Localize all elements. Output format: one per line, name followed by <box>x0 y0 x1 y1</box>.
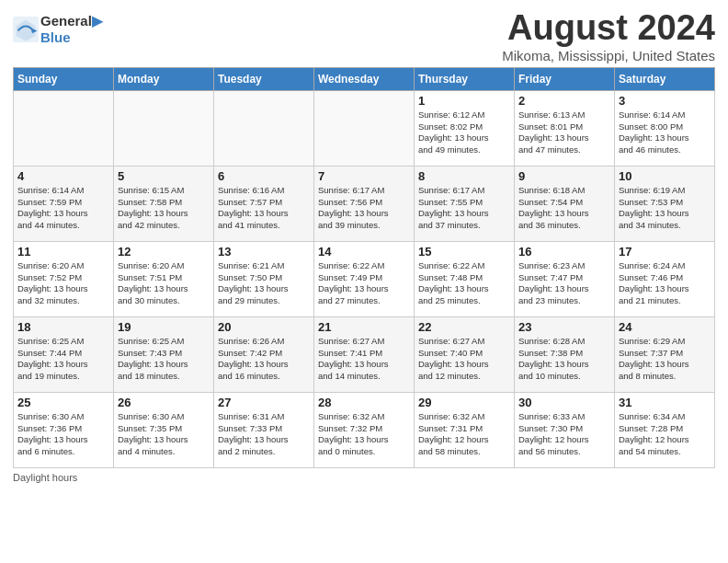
calendar-cell: 4Sunrise: 6:14 AM Sunset: 7:59 PM Daylig… <box>14 166 114 241</box>
calendar-cell: 19Sunrise: 6:25 AM Sunset: 7:43 PM Dayli… <box>114 316 214 392</box>
day-number: 5 <box>118 169 210 183</box>
day-number: 16 <box>518 245 610 259</box>
calendar-cell: 27Sunrise: 6:31 AM Sunset: 7:33 PM Dayli… <box>214 392 314 467</box>
day-info: Sunrise: 6:16 AM Sunset: 7:57 PM Dayligh… <box>218 185 310 232</box>
header: General▶ Blue August 2024 Mikoma, Missis… <box>13 9 715 63</box>
day-number: 20 <box>218 320 310 334</box>
day-number: 14 <box>318 245 410 259</box>
day-number: 11 <box>17 245 109 259</box>
day-number: 25 <box>17 396 109 409</box>
day-number: 24 <box>619 320 711 334</box>
calendar-cell <box>114 90 214 166</box>
day-number: 17 <box>619 245 711 259</box>
day-info: Sunrise: 6:30 AM Sunset: 7:35 PM Dayligh… <box>118 411 210 458</box>
day-info: Sunrise: 6:14 AM Sunset: 8:00 PM Dayligh… <box>619 109 711 156</box>
day-info: Sunrise: 6:20 AM Sunset: 7:52 PM Dayligh… <box>17 260 109 307</box>
title-block: August 2024 Mikoma, Mississippi, United … <box>502 9 715 63</box>
day-number: 18 <box>17 320 109 334</box>
day-number: 29 <box>418 396 510 409</box>
day-info: Sunrise: 6:24 AM Sunset: 7:46 PM Dayligh… <box>619 260 711 307</box>
weekday-header-row: SundayMondayTuesdayWednesdayThursdayFrid… <box>14 67 715 90</box>
day-info: Sunrise: 6:32 AM Sunset: 7:32 PM Dayligh… <box>318 411 410 458</box>
calendar-cell: 16Sunrise: 6:23 AM Sunset: 7:47 PM Dayli… <box>515 241 615 316</box>
calendar-cell <box>214 90 314 166</box>
day-info: Sunrise: 6:27 AM Sunset: 7:40 PM Dayligh… <box>418 336 510 383</box>
calendar-week-row: 4Sunrise: 6:14 AM Sunset: 7:59 PM Daylig… <box>14 166 715 241</box>
day-number: 30 <box>518 396 610 409</box>
logo-icon <box>13 17 39 42</box>
calendar-cell: 28Sunrise: 6:32 AM Sunset: 7:32 PM Dayli… <box>314 392 415 467</box>
day-info: Sunrise: 6:32 AM Sunset: 7:31 PM Dayligh… <box>418 411 510 458</box>
calendar-cell: 18Sunrise: 6:25 AM Sunset: 7:44 PM Dayli… <box>14 316 114 392</box>
day-number: 28 <box>318 396 410 409</box>
day-number: 26 <box>118 396 210 409</box>
weekday-header-friday: Friday <box>515 67 615 90</box>
day-info: Sunrise: 6:25 AM Sunset: 7:43 PM Dayligh… <box>118 336 210 383</box>
calendar-cell: 5Sunrise: 6:15 AM Sunset: 7:58 PM Daylig… <box>114 166 214 241</box>
day-info: Sunrise: 6:18 AM Sunset: 7:54 PM Dayligh… <box>518 185 610 232</box>
day-number: 9 <box>518 169 610 183</box>
day-info: Sunrise: 6:29 AM Sunset: 7:37 PM Dayligh… <box>619 336 711 383</box>
day-info: Sunrise: 6:19 AM Sunset: 7:53 PM Dayligh… <box>619 185 711 232</box>
calendar-cell: 23Sunrise: 6:28 AM Sunset: 7:38 PM Dayli… <box>515 316 615 392</box>
day-info: Sunrise: 6:34 AM Sunset: 7:28 PM Dayligh… <box>619 411 711 458</box>
weekday-header-wednesday: Wednesday <box>314 67 415 90</box>
logo-text: General▶ Blue <box>40 13 103 45</box>
day-info: Sunrise: 6:12 AM Sunset: 8:02 PM Dayligh… <box>418 109 510 156</box>
day-number: 6 <box>218 169 310 183</box>
calendar-cell: 30Sunrise: 6:33 AM Sunset: 7:30 PM Dayli… <box>515 392 615 467</box>
day-number: 21 <box>318 320 410 334</box>
weekday-header-saturday: Saturday <box>615 67 715 90</box>
location-subtitle: Mikoma, Mississippi, United States <box>502 48 715 63</box>
calendar-table: SundayMondayTuesdayWednesdayThursdayFrid… <box>13 67 715 468</box>
calendar-cell: 9Sunrise: 6:18 AM Sunset: 7:54 PM Daylig… <box>515 166 615 241</box>
calendar-cell: 11Sunrise: 6:20 AM Sunset: 7:52 PM Dayli… <box>14 241 114 316</box>
day-info: Sunrise: 6:20 AM Sunset: 7:51 PM Dayligh… <box>118 260 210 307</box>
day-number: 13 <box>218 245 310 259</box>
day-info: Sunrise: 6:22 AM Sunset: 7:49 PM Dayligh… <box>318 260 410 307</box>
day-info: Sunrise: 6:27 AM Sunset: 7:41 PM Dayligh… <box>318 336 410 383</box>
day-info: Sunrise: 6:26 AM Sunset: 7:42 PM Dayligh… <box>218 336 310 383</box>
weekday-header-tuesday: Tuesday <box>214 67 314 90</box>
calendar-cell: 22Sunrise: 6:27 AM Sunset: 7:40 PM Dayli… <box>415 316 515 392</box>
day-number: 23 <box>518 320 610 334</box>
calendar-week-row: 25Sunrise: 6:30 AM Sunset: 7:36 PM Dayli… <box>14 392 715 467</box>
day-number: 10 <box>619 169 711 183</box>
calendar-cell: 17Sunrise: 6:24 AM Sunset: 7:46 PM Dayli… <box>615 241 715 316</box>
footer-note: Daylight hours <box>13 472 715 483</box>
calendar-cell: 14Sunrise: 6:22 AM Sunset: 7:49 PM Dayli… <box>314 241 415 316</box>
calendar-cell: 26Sunrise: 6:30 AM Sunset: 7:35 PM Dayli… <box>114 392 214 467</box>
day-info: Sunrise: 6:17 AM Sunset: 7:56 PM Dayligh… <box>318 185 410 232</box>
day-info: Sunrise: 6:13 AM Sunset: 8:01 PM Dayligh… <box>518 109 610 156</box>
calendar-week-row: 18Sunrise: 6:25 AM Sunset: 7:44 PM Dayli… <box>14 316 715 392</box>
calendar-cell: 25Sunrise: 6:30 AM Sunset: 7:36 PM Dayli… <box>14 392 114 467</box>
calendar-cell <box>14 90 114 166</box>
day-info: Sunrise: 6:21 AM Sunset: 7:50 PM Dayligh… <box>218 260 310 307</box>
calendar-cell: 21Sunrise: 6:27 AM Sunset: 7:41 PM Dayli… <box>314 316 415 392</box>
day-info: Sunrise: 6:15 AM Sunset: 7:58 PM Dayligh… <box>118 185 210 232</box>
calendar-cell: 7Sunrise: 6:17 AM Sunset: 7:56 PM Daylig… <box>314 166 415 241</box>
day-number: 22 <box>418 320 510 334</box>
day-info: Sunrise: 6:22 AM Sunset: 7:48 PM Dayligh… <box>418 260 510 307</box>
day-info: Sunrise: 6:25 AM Sunset: 7:44 PM Dayligh… <box>17 336 109 383</box>
day-number: 7 <box>318 169 410 183</box>
day-info: Sunrise: 6:14 AM Sunset: 7:59 PM Dayligh… <box>17 185 109 232</box>
day-number: 1 <box>418 94 510 108</box>
day-number: 2 <box>518 94 610 108</box>
day-info: Sunrise: 6:30 AM Sunset: 7:36 PM Dayligh… <box>17 411 109 458</box>
day-info: Sunrise: 6:28 AM Sunset: 7:38 PM Dayligh… <box>518 336 610 383</box>
calendar-cell: 10Sunrise: 6:19 AM Sunset: 7:53 PM Dayli… <box>615 166 715 241</box>
weekday-header-thursday: Thursday <box>415 67 515 90</box>
calendar-week-row: 1Sunrise: 6:12 AM Sunset: 8:02 PM Daylig… <box>14 90 715 166</box>
calendar-cell: 31Sunrise: 6:34 AM Sunset: 7:28 PM Dayli… <box>615 392 715 467</box>
day-number: 19 <box>118 320 210 334</box>
weekday-header-sunday: Sunday <box>14 67 114 90</box>
day-info: Sunrise: 6:23 AM Sunset: 7:47 PM Dayligh… <box>518 260 610 307</box>
day-info: Sunrise: 6:33 AM Sunset: 7:30 PM Dayligh… <box>518 411 610 458</box>
day-number: 31 <box>619 396 711 409</box>
calendar-cell: 3Sunrise: 6:14 AM Sunset: 8:00 PM Daylig… <box>615 90 715 166</box>
calendar-cell <box>314 90 415 166</box>
weekday-header-monday: Monday <box>114 67 214 90</box>
calendar-cell: 29Sunrise: 6:32 AM Sunset: 7:31 PM Dayli… <box>415 392 515 467</box>
day-number: 27 <box>218 396 310 409</box>
